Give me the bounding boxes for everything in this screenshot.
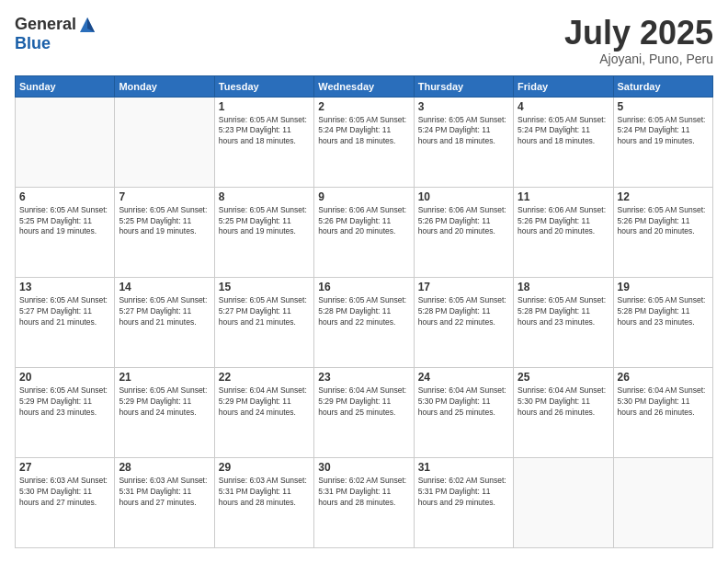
table-row: 17Sunrise: 6:05 AM Sunset: 5:28 PM Dayli… [414,277,513,367]
table-row: 6Sunrise: 6:05 AM Sunset: 5:25 PM Daylig… [16,187,115,277]
day-number: 27 [19,461,110,474]
day-info: Sunrise: 6:03 AM Sunset: 5:31 PM Dayligh… [219,476,310,509]
table-row: 18Sunrise: 6:05 AM Sunset: 5:28 PM Dayli… [514,277,613,367]
day-info: Sunrise: 6:03 AM Sunset: 5:30 PM Dayligh… [19,476,110,509]
day-number: 17 [418,281,509,293]
table-row: 21Sunrise: 6:05 AM Sunset: 5:29 PM Dayli… [115,367,214,457]
day-number: 13 [19,281,110,293]
day-number: 10 [418,190,509,203]
day-info: Sunrise: 6:05 AM Sunset: 5:25 PM Dayligh… [19,205,110,238]
table-row: 16Sunrise: 6:05 AM Sunset: 5:28 PM Dayli… [314,277,414,367]
calendar-header-row: Sunday Monday Tuesday Wednesday Thursday… [16,75,713,97]
day-number: 5 [618,100,709,113]
day-info: Sunrise: 6:06 AM Sunset: 5:26 PM Dayligh… [418,205,509,238]
day-number: 19 [618,281,709,293]
table-row: 25Sunrise: 6:04 AM Sunset: 5:30 PM Dayli… [514,367,613,457]
col-saturday: Saturday [613,75,712,97]
table-row [613,457,712,547]
logo-blue-text: Blue [15,34,51,53]
day-info: Sunrise: 6:05 AM Sunset: 5:24 PM Dayligh… [418,115,509,148]
day-number: 4 [518,100,609,113]
calendar-table: Sunday Monday Tuesday Wednesday Thursday… [15,75,713,548]
day-number: 16 [318,281,409,293]
calendar-week-row: 20Sunrise: 6:05 AM Sunset: 5:29 PM Dayli… [16,367,713,457]
day-number: 23 [318,371,409,384]
day-number: 26 [618,371,709,384]
day-number: 28 [119,461,210,474]
day-info: Sunrise: 6:05 AM Sunset: 5:24 PM Dayligh… [618,115,709,148]
day-info: Sunrise: 6:05 AM Sunset: 5:28 PM Dayligh… [618,295,709,328]
day-number: 11 [518,190,609,203]
day-number: 22 [219,371,310,384]
day-info: Sunrise: 6:02 AM Sunset: 5:31 PM Dayligh… [318,476,409,509]
day-info: Sunrise: 6:05 AM Sunset: 5:29 PM Dayligh… [19,385,110,419]
table-row: 14Sunrise: 6:05 AM Sunset: 5:27 PM Dayli… [115,277,214,367]
table-row: 24Sunrise: 6:04 AM Sunset: 5:30 PM Dayli… [414,367,513,457]
table-row: 19Sunrise: 6:05 AM Sunset: 5:28 PM Dayli… [613,277,712,367]
day-info: Sunrise: 6:02 AM Sunset: 5:31 PM Dayligh… [418,476,509,509]
day-number: 31 [418,461,509,474]
day-number: 14 [119,281,210,293]
table-row: 5Sunrise: 6:05 AM Sunset: 5:24 PM Daylig… [613,97,712,187]
day-info: Sunrise: 6:05 AM Sunset: 5:29 PM Dayligh… [119,385,210,419]
day-number: 20 [19,371,110,384]
day-info: Sunrise: 6:05 AM Sunset: 5:27 PM Dayligh… [219,295,310,328]
col-wednesday: Wednesday [314,75,414,97]
day-number: 18 [518,281,609,293]
day-info: Sunrise: 6:04 AM Sunset: 5:29 PM Dayligh… [219,385,310,419]
calendar-week-row: 27Sunrise: 6:03 AM Sunset: 5:30 PM Dayli… [16,457,713,547]
table-row: 7Sunrise: 6:05 AM Sunset: 5:25 PM Daylig… [115,187,214,277]
day-info: Sunrise: 6:04 AM Sunset: 5:29 PM Dayligh… [318,385,409,419]
logo-icon [78,16,97,34]
table-row: 11Sunrise: 6:06 AM Sunset: 5:26 PM Dayli… [514,187,613,277]
month-title: July 2025 [564,15,713,52]
day-info: Sunrise: 6:05 AM Sunset: 5:27 PM Dayligh… [19,295,110,328]
day-number: 29 [219,461,310,474]
day-number: 3 [418,100,509,113]
table-row: 31Sunrise: 6:02 AM Sunset: 5:31 PM Dayli… [414,457,513,547]
day-number: 1 [219,100,310,113]
table-row: 30Sunrise: 6:02 AM Sunset: 5:31 PM Dayli… [314,457,414,547]
day-info: Sunrise: 6:05 AM Sunset: 5:24 PM Dayligh… [318,115,409,148]
day-number: 15 [219,281,310,293]
table-row: 26Sunrise: 6:04 AM Sunset: 5:30 PM Dayli… [613,367,712,457]
table-row: 3Sunrise: 6:05 AM Sunset: 5:24 PM Daylig… [414,97,513,187]
day-info: Sunrise: 6:05 AM Sunset: 5:25 PM Dayligh… [119,205,210,238]
table-row: 8Sunrise: 6:05 AM Sunset: 5:25 PM Daylig… [214,187,313,277]
table-row: 13Sunrise: 6:05 AM Sunset: 5:27 PM Dayli… [16,277,115,367]
col-thursday: Thursday [414,75,513,97]
table-row [16,97,115,187]
day-info: Sunrise: 6:03 AM Sunset: 5:31 PM Dayligh… [119,476,210,509]
day-number: 7 [119,190,210,203]
day-info: Sunrise: 6:05 AM Sunset: 5:26 PM Dayligh… [618,205,709,238]
day-number: 2 [318,100,409,113]
day-info: Sunrise: 6:05 AM Sunset: 5:27 PM Dayligh… [119,295,210,328]
table-row: 1Sunrise: 6:05 AM Sunset: 5:23 PM Daylig… [214,97,313,187]
logo: General Blue [15,15,97,53]
logo-general-text: General [15,15,76,34]
col-sunday: Sunday [16,75,115,97]
table-row: 22Sunrise: 6:04 AM Sunset: 5:29 PM Dayli… [214,367,313,457]
table-row: 20Sunrise: 6:05 AM Sunset: 5:29 PM Dayli… [16,367,115,457]
table-row: 28Sunrise: 6:03 AM Sunset: 5:31 PM Dayli… [115,457,214,547]
col-tuesday: Tuesday [214,75,313,97]
calendar-week-row: 6Sunrise: 6:05 AM Sunset: 5:25 PM Daylig… [16,187,713,277]
day-number: 6 [19,190,110,203]
table-row: 4Sunrise: 6:05 AM Sunset: 5:24 PM Daylig… [514,97,613,187]
table-row [115,97,214,187]
table-row: 12Sunrise: 6:05 AM Sunset: 5:26 PM Dayli… [613,187,712,277]
table-row: 29Sunrise: 6:03 AM Sunset: 5:31 PM Dayli… [214,457,313,547]
day-info: Sunrise: 6:04 AM Sunset: 5:30 PM Dayligh… [518,385,609,419]
day-info: Sunrise: 6:05 AM Sunset: 5:23 PM Dayligh… [219,115,310,148]
day-info: Sunrise: 6:05 AM Sunset: 5:28 PM Dayligh… [418,295,509,328]
table-row: 23Sunrise: 6:04 AM Sunset: 5:29 PM Dayli… [314,367,414,457]
table-row [514,457,613,547]
title-block: July 2025 Ajoyani, Puno, Peru [564,15,713,66]
day-number: 30 [318,461,409,474]
table-row: 10Sunrise: 6:06 AM Sunset: 5:26 PM Dayli… [414,187,513,277]
day-info: Sunrise: 6:06 AM Sunset: 5:26 PM Dayligh… [518,205,609,238]
table-row: 9Sunrise: 6:06 AM Sunset: 5:26 PM Daylig… [314,187,414,277]
day-info: Sunrise: 6:06 AM Sunset: 5:26 PM Dayligh… [318,205,409,238]
page: General Blue July 2025 Ajoyani, Puno, Pe… [0,0,728,563]
day-number: 12 [618,190,709,203]
